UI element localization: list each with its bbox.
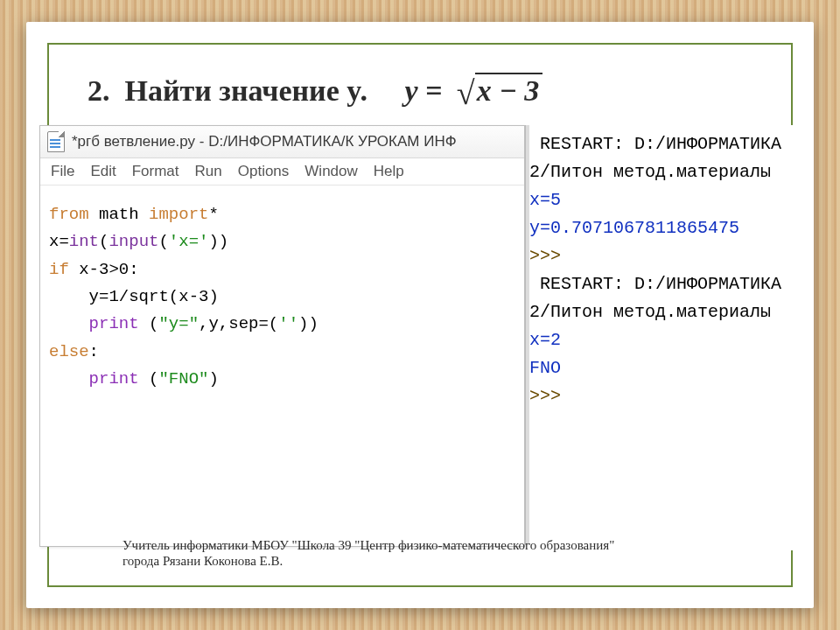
code-l7-indent — [49, 369, 89, 388]
out-x2: x=2 — [529, 330, 561, 350]
shell-output: RESTART: D:/ИНФОРМАТИКА 2/Питон метод.ма… — [529, 125, 801, 550]
code-l5b: ,y,sep=( — [199, 314, 278, 333]
out-x1: x=5 — [529, 190, 561, 210]
editor-title: *ргб ветвление.ру - D:/ИНФОРМАТИКА/К УРО… — [72, 133, 457, 150]
editor-menubar: File Edit Format Run Options Window Help — [40, 158, 524, 186]
heading: 2. Найти значение y. y = √x − 3 — [88, 73, 542, 108]
str-fno: "FNO" — [158, 369, 208, 388]
out-restart-2: RESTART: D:/ИНФОРМАТИКА — [529, 274, 781, 294]
slide-background: 2. Найти значение y. y = √x − 3 *ргб вет… — [0, 0, 840, 630]
heading-number: 2. — [88, 74, 110, 107]
str-yeq: "y=" — [158, 314, 199, 333]
code-l2d: )) — [208, 232, 228, 251]
menu-edit[interactable]: Edit — [90, 163, 116, 180]
out-y1: y=0.7071067811865475 — [529, 218, 739, 238]
heading-text: Найти значение y. — [125, 74, 368, 107]
formula-radicand: x − 3 — [475, 73, 543, 108]
out-prompt-2: >>> — [529, 386, 571, 406]
builtin-int: int — [69, 232, 99, 251]
sqrt-sign: √ — [457, 74, 475, 111]
slide: 2. Найти значение y. y = √x − 3 *ргб вет… — [26, 22, 814, 608]
code-cond: x-3>0: — [69, 260, 139, 279]
formula-lhs: y = — [404, 74, 442, 107]
kw-else: else — [49, 342, 89, 361]
str-empty: '' — [278, 314, 298, 333]
footer-line-1: Учитель информатики МБОУ "Школа 39 "Цент… — [122, 537, 761, 554]
editor-titlebar: *ргб ветвление.ру - D:/ИНФОРМАТИКА/К УРО… — [40, 126, 524, 158]
footer: Учитель информатики МБОУ "Школа 39 "Цент… — [122, 537, 761, 570]
builtin-print-1: print — [89, 314, 139, 333]
menu-help[interactable]: Help — [374, 163, 404, 180]
code-math: math — [89, 205, 149, 224]
menu-options[interactable]: Options — [238, 163, 290, 180]
menu-file[interactable]: File — [51, 163, 74, 180]
python-file-icon — [47, 131, 65, 152]
builtin-print-2: print — [89, 369, 139, 388]
out-path-1: 2/Питон метод.материалы — [529, 162, 771, 182]
code-l2b: ( — [99, 232, 108, 251]
code-l2c: ( — [158, 232, 168, 251]
code-l7a: ( — [139, 369, 159, 388]
out-path-2: 2/Питон метод.материалы — [529, 302, 771, 322]
menu-window[interactable]: Window — [304, 163, 357, 180]
code-l2a: x= — [49, 232, 69, 251]
code-l7b: ) — [208, 369, 218, 388]
out-fno: FNO — [529, 358, 561, 378]
footer-line-2: города Рязани Коконова Е.В. — [122, 553, 761, 570]
str-x: 'x=' — [169, 232, 209, 251]
builtin-input: input — [108, 232, 158, 251]
kw-import: import — [149, 205, 208, 224]
menu-run[interactable]: Run — [195, 163, 222, 180]
menu-format[interactable]: Format — [132, 163, 179, 180]
code-l5-indent — [49, 314, 89, 333]
idle-editor-window: *ргб ветвление.ру - D:/ИНФОРМАТИКА/К УРО… — [39, 125, 525, 547]
code-l4: y=1/sqrt(x-3) — [49, 287, 219, 306]
out-restart-1: RESTART: D:/ИНФОРМАТИКА — [529, 134, 781, 154]
kw-from: from — [49, 205, 89, 224]
kw-if: if — [49, 260, 69, 279]
code-area[interactable]: from math import* x=int(input('x=')) if … — [40, 186, 524, 402]
out-prompt-1: >>> — [529, 246, 571, 266]
code-l5a: ( — [139, 314, 159, 333]
code-l5c: )) — [298, 314, 318, 333]
code-star: * — [208, 205, 218, 224]
formula-sqrt: √x − 3 — [457, 73, 542, 108]
code-colon: : — [89, 342, 99, 361]
